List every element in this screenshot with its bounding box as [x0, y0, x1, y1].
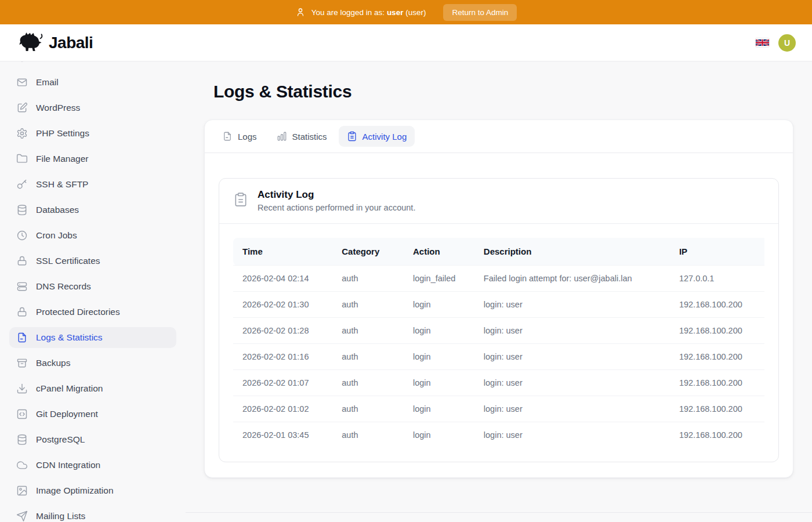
logged-in-role: (user) — [405, 8, 426, 17]
sidebar-item-icon — [16, 383, 28, 394]
sidebar-item-cpanel-migration[interactable]: cPanel Migration — [9, 378, 176, 399]
sidebar-item-ssh-sftp[interactable]: SSH & SFTP — [9, 174, 176, 195]
cell-description: login: user — [474, 318, 670, 344]
cell-ip: 192.168.100.200 — [670, 292, 764, 318]
brand-logo[interactable]: Jabali — [17, 31, 93, 55]
sidebar-item-label: Databases — [36, 205, 79, 215]
column-header: IP — [670, 238, 764, 266]
section-divider — [186, 512, 812, 513]
tab-label: Activity Log — [362, 132, 407, 142]
table-row: 2026-02-02 01:28 auth login login: user … — [233, 318, 764, 344]
cell-action: login — [404, 396, 474, 422]
sidebar-item-icon — [16, 77, 28, 88]
column-header: Time — [233, 238, 332, 266]
tab-icon — [277, 131, 287, 142]
return-to-admin-button[interactable]: Return to Admin — [443, 4, 517, 21]
tab-logs[interactable]: Logs — [214, 126, 265, 147]
sidebar-item-cdn-integration[interactable]: CDN Integration — [9, 455, 176, 476]
boar-logo-icon — [17, 31, 44, 55]
sidebar-nav: Email WordPress PHP Settings File Manage… — [9, 61, 176, 522]
sidebar-item-icon — [16, 281, 28, 292]
cell-category: auth — [332, 318, 404, 344]
sidebar-item-image-optimization[interactable]: Image Optimization — [9, 480, 176, 501]
brand-name: Jabali — [49, 34, 93, 52]
sidebar-item-git-deployment[interactable]: Git Deployment — [9, 404, 176, 425]
cell-time: 2026-02-02 01:02 — [233, 396, 332, 422]
sidebar-item-label: Email — [36, 77, 59, 88]
sidebar-item-label: Backups — [36, 358, 70, 368]
sidebar-item-postgresql[interactable]: PostgreSQL — [9, 429, 176, 450]
table-row: 2026-02-02 01:02 auth login login: user … — [233, 396, 764, 422]
activity-log-table: Time Category Action Description IP — [233, 238, 764, 448]
sidebar-item-php-settings[interactable]: PHP Settings — [9, 123, 176, 144]
sidebar-item-icon — [16, 61, 28, 63]
sidebar-item-email[interactable]: Email — [9, 72, 176, 93]
cell-ip: 127.0.0.1 — [670, 266, 764, 292]
cell-ip: 192.168.100.200 — [670, 422, 764, 448]
sidebar-item-wordpress[interactable]: WordPress — [9, 97, 176, 118]
cell-action: login — [404, 344, 474, 370]
person-icon — [295, 7, 306, 17]
sidebar-item-label: SSH & SFTP — [36, 179, 88, 190]
cell-action: login — [404, 292, 474, 318]
cell-action: login_failed — [404, 266, 474, 292]
cell-time: 2026-02-02 01:07 — [233, 370, 332, 396]
logs-card: Logs Statistics Activity Log — [204, 119, 793, 478]
cell-category: auth — [332, 292, 404, 318]
sidebar-item-icon — [16, 434, 28, 445]
tab-statistics[interactable]: Statistics — [269, 126, 335, 147]
sidebar-item-cron-jobs[interactable]: Cron Jobs — [9, 225, 176, 246]
page-title: Logs & Statistics — [213, 81, 793, 102]
sidebar-item-backups[interactable]: Backups — [9, 353, 176, 374]
logged-in-text: You are logged in as: user (user) — [311, 8, 426, 17]
cell-category: auth — [332, 422, 404, 448]
table-row: 2026-02-04 02:14 auth login_failed Faile… — [233, 266, 764, 292]
sidebar-item-ssl-certificates[interactable]: SSL Certificates — [9, 251, 176, 271]
sidebar-item-databases[interactable]: Databases — [9, 200, 176, 220]
impersonation-banner: You are logged in as: user (user) Return… — [0, 0, 812, 24]
sidebar-item-icon — [16, 332, 28, 343]
card-subtitle: Recent actions performed in your account… — [258, 203, 415, 213]
logged-in-username: user — [387, 8, 404, 17]
cell-description: login: user — [474, 292, 670, 318]
sidebar-item-protected-directories[interactable]: Protected Directories — [9, 302, 176, 322]
sidebar-item-file-manager[interactable]: File Manager — [9, 148, 176, 169]
tab-bar: Logs Statistics Activity Log — [205, 120, 793, 153]
column-header: Category — [332, 238, 404, 266]
sidebar-item-logs-statistics[interactable]: Logs & Statistics — [9, 327, 176, 348]
sidebar-item-icon — [16, 230, 28, 241]
sidebar-item-item[interactable] — [9, 61, 176, 67]
cell-action: login — [404, 318, 474, 344]
table-row: 2026-02-02 01:30 auth login login: user … — [233, 292, 764, 318]
sidebar-item-mailing-lists[interactable]: Mailing Lists — [9, 506, 176, 522]
card-title: Activity Log — [258, 189, 415, 200]
tab-activity-log[interactable]: Activity Log — [339, 126, 415, 147]
column-header: Action — [404, 238, 474, 266]
sidebar-item-label: PostgreSQL — [36, 434, 85, 445]
cell-ip: 192.168.100.200 — [670, 396, 764, 422]
cell-action: login — [404, 370, 474, 396]
cell-time: 2026-02-01 03:45 — [233, 422, 332, 448]
user-avatar[interactable]: U — [778, 34, 796, 52]
cell-description: login: user — [474, 396, 670, 422]
sidebar-item-label: CDN Integration — [36, 460, 100, 470]
cell-description: Failed login attempt for: user@jabali.la… — [474, 266, 670, 292]
sidebar-item-icon — [16, 128, 28, 139]
cell-time: 2026-02-02 01:28 — [233, 318, 332, 344]
table-row: 2026-02-02 01:16 auth login login: user … — [233, 344, 764, 370]
clipboard-icon — [233, 192, 248, 207]
cell-category: auth — [332, 370, 404, 396]
cell-description: login: user — [474, 422, 670, 448]
activity-log-card: Activity Log Recent actions performed in… — [219, 178, 779, 462]
tab-icon — [347, 131, 357, 142]
tab-label: Statistics — [292, 132, 327, 142]
cell-time: 2026-02-04 02:14 — [233, 266, 332, 292]
cell-category: auth — [332, 266, 404, 292]
language-flag-uk-icon[interactable] — [756, 38, 769, 47]
sidebar-item-dns-records[interactable]: DNS Records — [9, 276, 176, 297]
sidebar-item-label: Image Optimization — [36, 485, 114, 496]
sidebar-item-label: cPanel Migration — [36, 383, 103, 394]
sidebar-item-icon — [16, 485, 28, 496]
sidebar-item-icon — [16, 255, 28, 267]
sidebar-item-icon — [16, 179, 28, 190]
